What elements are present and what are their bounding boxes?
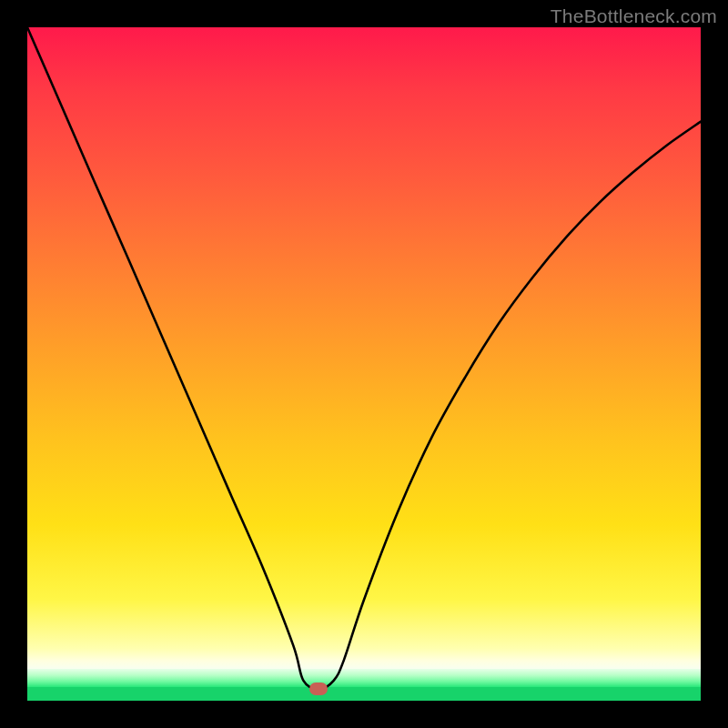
chart-frame: TheBottleneck.com — [0, 0, 728, 728]
watermark-text: TheBottleneck.com — [551, 5, 717, 27]
bottleneck-curve — [27, 27, 701, 701]
optimal-marker — [309, 682, 328, 695]
plot-area — [27, 27, 701, 701]
